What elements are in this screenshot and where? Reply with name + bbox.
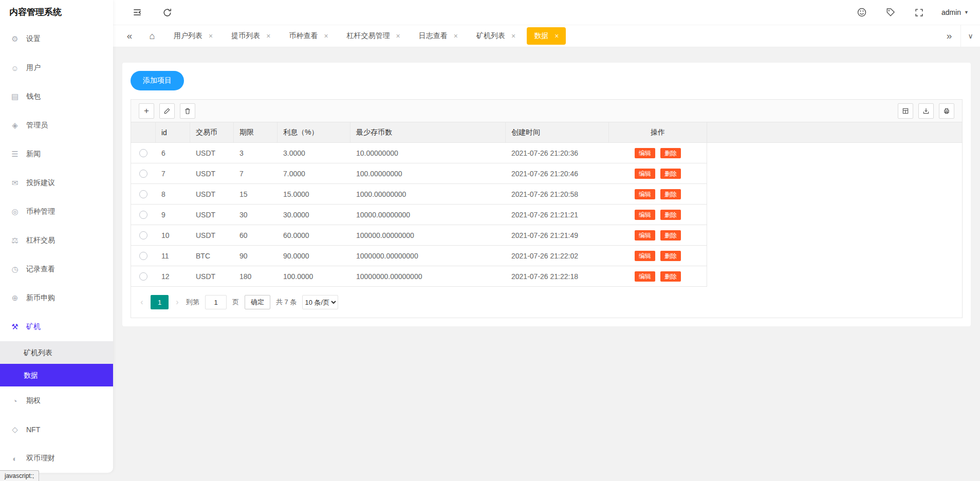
tabs-dropdown-icon[interactable]: ∨ [960,25,980,47]
edit-button[interactable]: 编辑 [635,189,655,199]
cell-interest: 3.0000 [278,143,350,163]
sidebar-item-admins[interactable]: ◈管理员 [0,111,113,140]
nft-icon: ◇ [10,425,20,434]
row-radio[interactable] [139,170,147,178]
table-header-select [131,122,156,142]
edit-row-icon[interactable] [159,103,175,119]
tab-miner-list[interactable]: 矿机列表× [469,27,523,45]
tab-user-list[interactable]: 用户列表× [167,27,220,45]
cell-min-deposit: 100.00000000 [350,163,506,183]
add-row-icon[interactable]: + [139,103,154,119]
row-radio[interactable] [139,211,147,219]
delete-button[interactable]: 删除 [660,210,681,220]
edit-button[interactable]: 编辑 [635,148,655,158]
sidebar-item-dual-finance[interactable]: ◐双币理财 [0,444,113,473]
sidebar-subitem-data[interactable]: 数据 [0,364,113,386]
tab-close-icon[interactable]: × [396,32,400,40]
tab-label: 矿机列表 [476,31,505,41]
delete-button[interactable]: 删除 [660,251,681,261]
print-icon[interactable] [939,103,954,119]
sidebar-item-coins[interactable]: ◎币种管理 [0,197,113,226]
cell-min-deposit: 1000.00000000 [350,184,506,204]
prev-page-icon[interactable]: ‹ [139,298,145,307]
wallet-icon: ▤ [10,92,20,101]
sidebar-item-users[interactable]: ☺用户 [0,53,113,82]
sidebar-item-options[interactable]: ◔期权 [0,386,113,415]
header-left-controls [131,6,174,19]
user-menu[interactable]: admin ▼ [941,8,969,16]
sidebar-subitem-miner-list[interactable]: 矿机列表 [0,341,113,364]
theme-icon[interactable] [855,6,868,19]
delete-button[interactable]: 删除 [660,189,681,199]
current-page[interactable]: 1 [151,295,169,309]
history-icon: ◷ [10,265,20,274]
edit-button[interactable]: 编辑 [635,169,655,179]
content-card: 添加项目 + [122,63,971,326]
cell-coin: USDT [190,143,234,163]
tab-close-icon[interactable]: × [511,32,515,40]
goto-confirm-button[interactable]: 确定 [245,295,270,309]
page-size-select[interactable]: 10 条/页 [302,295,338,309]
next-page-icon[interactable]: › [174,298,180,307]
cell-coin: USDT [190,184,234,204]
sidebar-item-label: NFT [26,425,40,434]
tab-close-icon[interactable]: × [454,32,458,40]
export-icon[interactable] [918,103,934,119]
tabs-scroll-right-icon[interactable]: » [938,25,960,47]
sidebar-item-news[interactable]: ☰新闻 [0,140,113,169]
tab-data[interactable]: 数据× [527,27,566,45]
table-row: 12USDT180100.000010000000.000000002021-0… [131,266,707,287]
cell-term: 90 [234,246,278,266]
sidebar-item-feedback[interactable]: ✉投拆建议 [0,169,113,197]
chevron-down-icon: ▼ [964,10,969,15]
edit-button[interactable]: 编辑 [635,230,655,240]
row-radio[interactable] [139,252,147,260]
cell-id: 11 [156,246,190,266]
delete-row-icon[interactable] [180,103,195,119]
delete-button[interactable]: 删除 [660,271,681,282]
menu-collapse-icon[interactable] [131,6,144,19]
sidebar-item-miner[interactable]: ⚒矿机 [0,312,113,341]
sidebar-item-new-coin[interactable]: ⊕新币申购 [0,284,113,312]
home-icon[interactable]: ⌂ [141,25,163,47]
row-radio[interactable] [139,231,147,239]
delete-button[interactable]: 删除 [660,169,681,179]
sidebar-item-label: 杠杆交易 [26,236,55,245]
fullscreen-icon[interactable] [913,6,926,19]
cell-created: 2021-07-26 21:21:49 [506,225,609,245]
row-radio[interactable] [139,149,147,157]
filter-columns-icon[interactable] [898,103,913,119]
sidebar-item-records[interactable]: ◷记录查看 [0,255,113,284]
cell-select [131,225,156,245]
row-radio[interactable] [139,272,147,281]
edit-button[interactable]: 编辑 [635,271,655,282]
edit-button[interactable]: 编辑 [635,210,655,220]
sidebar-item-wallet[interactable]: ▤钱包 [0,82,113,111]
tab-close-icon[interactable]: × [554,32,559,40]
sidebar-item-nft[interactable]: ◇NFT [0,415,113,444]
tab-log-view[interactable]: 日志查看× [412,27,465,45]
sidebar-item-leverage[interactable]: ⚖杠杆交易 [0,226,113,255]
add-item-button[interactable]: 添加项目 [131,71,184,90]
sidebar-item-settings[interactable]: ⚙设置 [0,25,113,53]
cell-created: 2021-07-26 21:20:46 [506,163,609,183]
tab-withdraw-list[interactable]: 提币列表× [224,27,278,45]
tabs-scroll-left-icon[interactable]: « [118,25,141,47]
edit-button[interactable]: 编辑 [635,251,655,261]
refresh-icon[interactable] [160,6,174,19]
tab-close-icon[interactable]: × [209,32,213,40]
cell-coin: USDT [190,163,234,183]
row-radio[interactable] [139,190,147,198]
cell-term: 60 [234,225,278,245]
tab-leverage-manage[interactable]: 杠杆交易管理× [340,27,408,45]
tab-coin-view[interactable]: 币种查看× [282,27,335,45]
tab-close-icon[interactable]: × [324,32,328,40]
sidebar-menu: ⚙设置☺用户▤钱包◈管理员☰新闻✉投拆建议◎币种管理⚖杠杆交易◷记录查看⊕新币申… [0,25,113,473]
tab-close-icon[interactable]: × [266,32,270,40]
gear-icon: ⚙ [10,34,20,44]
delete-button[interactable]: 删除 [660,230,681,240]
goto-page-input[interactable] [205,295,227,309]
tag-icon[interactable] [884,6,897,19]
cell-actions: 编辑删除 [609,266,707,286]
delete-button[interactable]: 删除 [660,148,681,158]
